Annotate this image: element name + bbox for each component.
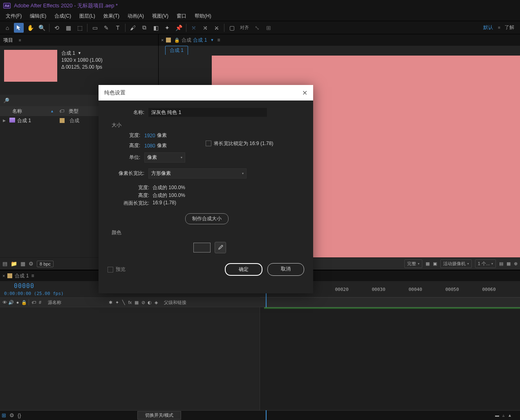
project-tab[interactable]: 项目 [3, 37, 13, 44]
world-axis-icon[interactable]: ⤨ [200, 23, 210, 33]
panel-menu-icon[interactable]: ≡ [19, 38, 21, 42]
workspace-default[interactable]: 默认 [483, 24, 493, 31]
viewer-breadcrumb-name[interactable]: 合成 1 [193, 37, 207, 44]
selection-tool-icon[interactable] [14, 23, 24, 33]
rectangle-tool-icon[interactable]: ▭ [90, 23, 100, 33]
col-tag-header-icon[interactable]: 🏷 [57, 108, 66, 114]
camera-tool-icon[interactable]: ▦ [63, 23, 73, 33]
mask-toggle-icon[interactable]: ▣ [433, 261, 437, 266]
type-tool-icon[interactable]: T [113, 23, 123, 33]
menu-window[interactable]: 窗口 [173, 13, 191, 20]
pan-behind-tool-icon[interactable]: ⬚ [75, 23, 85, 33]
dialog-close-icon[interactable]: ✕ [302, 89, 307, 97]
viewer-menu-icon[interactable]: ≡ [217, 37, 220, 43]
switch-shy-icon[interactable]: ✱ [108, 300, 113, 305]
tl-brackets-icon[interactable]: {} [18, 412, 21, 418]
col-source-name[interactable]: 源名称 [45, 299, 106, 306]
local-axis-icon[interactable]: ⤧ [189, 23, 199, 33]
orbit-tool-icon[interactable]: ⟲ [52, 23, 62, 33]
ok-button[interactable]: 确定 [225, 263, 262, 276]
width-value[interactable]: 1920 [144, 133, 155, 139]
make-comp-size-button[interactable]: 制作合成大小 [185, 213, 229, 224]
hand-tool-icon[interactable]: ✋ [25, 23, 35, 33]
lock-aspect-checkbox[interactable] [206, 141, 211, 146]
col-parent[interactable]: 父级和链接 [161, 299, 206, 306]
comp-thumbnail[interactable] [4, 50, 57, 82]
switch-effects-icon[interactable]: fx [127, 300, 133, 305]
switch-3d-icon[interactable]: ◈ [153, 300, 159, 305]
brush-tool-icon[interactable]: 🖌 [128, 23, 138, 33]
switch-collapse-icon[interactable]: ✦ [114, 300, 120, 305]
menu-layer[interactable]: 图层(L) [75, 13, 99, 20]
col-label-icon[interactable]: 🏷 [31, 300, 36, 305]
par-select[interactable]: 方形像素▾ [148, 168, 247, 179]
home-tool-icon[interactable]: ⌂ [2, 23, 12, 33]
switch-adjustment-icon[interactable]: ◐ [147, 300, 152, 305]
project-settings-icon[interactable]: ⚙ [29, 261, 34, 267]
viewer-breadcrumb-dropdown-icon[interactable]: ▼ [210, 38, 214, 42]
col-lock-icon[interactable]: 🔒 [21, 300, 27, 305]
clone-tool-icon[interactable]: ⧉ [139, 23, 149, 33]
project-item-name[interactable]: 合成 1 [16, 117, 57, 124]
pen-tool-icon[interactable]: ✎ [101, 23, 111, 33]
color-swatch[interactable] [193, 243, 211, 252]
menu-animation[interactable]: 动画(A) [123, 13, 148, 20]
tl-render-icon[interactable]: ⚙ [9, 412, 14, 418]
units-select[interactable]: 像素▾ [144, 152, 185, 163]
timeline-tab-name[interactable]: 合成 1 [15, 273, 29, 279]
col-index-icon[interactable]: # [37, 300, 43, 305]
viewer-option-icon-1[interactable]: ▤ [499, 261, 503, 266]
new-folder-icon[interactable]: 📁 [11, 261, 17, 267]
menu-effect[interactable]: 效果(T) [99, 13, 123, 20]
view-count-dropdown[interactable]: 1 个...▾ [475, 259, 496, 268]
eyedropper-button[interactable] [215, 242, 226, 253]
menu-view[interactable]: 视图(V) [148, 13, 173, 20]
zoom-in-icon[interactable]: ▲ [508, 413, 512, 418]
snap-icon[interactable]: ▢ [227, 23, 237, 33]
col-visibility-icon[interactable]: 👁 [2, 300, 7, 305]
switch-motion-blur-icon[interactable]: ⊘ [140, 300, 146, 305]
zoom-slider-icon[interactable]: ▵ [502, 413, 504, 418]
transparency-grid-icon[interactable]: ▦ [426, 261, 430, 266]
viewer-lock-icon[interactable]: 🔒 [174, 38, 180, 43]
timeline-track-area[interactable] [260, 307, 520, 410]
interpret-footage-icon[interactable]: ▤ [2, 261, 7, 267]
current-time-display[interactable]: 00000 [14, 282, 34, 290]
toggle-switches-modes-button[interactable]: 切换开关/模式 [137, 411, 181, 420]
menu-composition[interactable]: 合成(C) [50, 13, 75, 20]
snap-ext-icon[interactable]: ⤡ [252, 23, 262, 33]
workspace-menu-icon[interactable]: ≡ [498, 25, 500, 30]
preview-checkbox[interactable] [108, 267, 113, 273]
comp-dropdown-icon[interactable]: ▼ [78, 51, 81, 56]
snap-edge-icon[interactable]: ⊞ [264, 23, 273, 33]
viewer-option-icon-3[interactable]: ⊕ [514, 261, 518, 266]
new-comp-icon[interactable]: ▦ [20, 261, 25, 267]
viewer-subtab[interactable]: 合成 1 [165, 46, 188, 55]
timeline-menu-icon[interactable]: ≡ [31, 273, 34, 279]
col-audio-icon[interactable]: 🔊 [8, 300, 14, 305]
resolution-dropdown[interactable]: 完整▾ [404, 259, 422, 268]
camera-dropdown[interactable]: 活动摄像机▾ [440, 259, 472, 268]
viewer-close-icon[interactable]: × [161, 38, 164, 42]
bpc-button[interactable]: 8 bpc [37, 261, 54, 267]
twirl-icon[interactable]: ▶ [0, 118, 8, 123]
col-name-header[interactable]: 名称 [12, 108, 22, 115]
menu-edit[interactable]: 编辑(E) [26, 13, 50, 20]
zoom-out-icon[interactable]: ▬ [495, 413, 499, 418]
preview-checkbox-group[interactable]: 预览 [108, 266, 126, 273]
cancel-button[interactable]: 取消 [267, 263, 304, 276]
zoom-tool-icon[interactable]: 🔍 [37, 23, 47, 33]
switch-quality-icon[interactable]: ╲ [121, 300, 126, 305]
view-axis-icon[interactable]: ⤩ [212, 23, 222, 33]
timeline-layer-list[interactable] [0, 307, 260, 410]
menu-help[interactable]: 帮助(H) [191, 13, 215, 20]
timeline-close-icon[interactable]: × [2, 273, 5, 278]
workspace-learn[interactable]: 了解 [504, 24, 514, 31]
puppet-tool-icon[interactable]: 📌 [174, 23, 184, 33]
menu-file[interactable]: 文件(F) [2, 13, 26, 20]
col-solo-icon[interactable]: ● [15, 300, 20, 305]
roto-tool-icon[interactable]: ✦ [162, 23, 172, 33]
tl-toggle-switches-icon[interactable]: ⊞ [2, 412, 6, 418]
label-swatch[interactable] [60, 118, 65, 123]
viewer-option-icon-2[interactable]: ▦ [507, 261, 511, 266]
